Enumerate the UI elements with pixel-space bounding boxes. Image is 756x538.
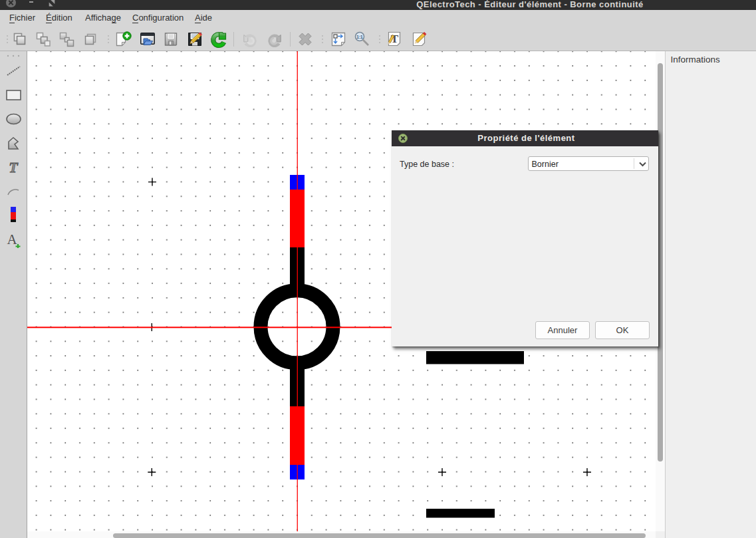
- svg-text:A: A: [7, 231, 17, 247]
- svg-text:1:1: 1:1: [356, 35, 363, 39]
- svg-text:T: T: [9, 160, 19, 176]
